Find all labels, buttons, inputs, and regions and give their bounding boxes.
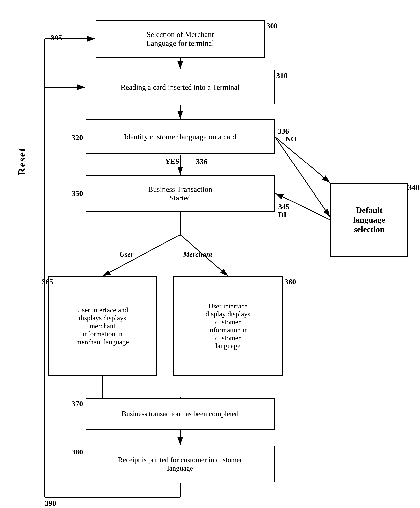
label-390: 390: [45, 499, 56, 508]
svg-line-8: [103, 235, 180, 276]
label-310: 310: [276, 71, 288, 80]
box-350: Business Transaction Started: [86, 175, 275, 212]
box-365-text: User interface and displays displays mer…: [76, 306, 129, 346]
merchant-label: Merchant: [183, 250, 212, 258]
svg-line-22: [275, 137, 330, 183]
box-370-text: Business transaction has been completed: [122, 410, 239, 418]
box-380-text: Receipt is printed for customer in custo…: [118, 456, 242, 472]
reset-label: Reset: [16, 147, 28, 175]
label-340: 340: [408, 183, 420, 192]
box-300: Selection of Merchant Language for termi…: [96, 20, 265, 58]
box-340-text: Default language selection: [353, 206, 385, 234]
box-310: Reading a card inserted into a Terminal: [86, 70, 275, 104]
box-370: Business transaction has been completed: [86, 398, 275, 430]
diagram-container: Reset: [16, 8, 414, 505]
label-365: 365: [42, 278, 53, 286]
box-350-text: Business Transaction Started: [148, 185, 212, 202]
label-380: 380: [72, 448, 83, 456]
label-300: 300: [266, 22, 278, 30]
box-300-text: Selection of Merchant Language for termi…: [146, 30, 214, 48]
box-310-text: Reading a card inserted into a Terminal: [121, 83, 240, 91]
label-360: 360: [285, 278, 296, 286]
label-370: 370: [72, 399, 83, 408]
box-380: Receipt is printed for customer in custo…: [86, 446, 275, 482]
user-label: User: [120, 250, 133, 258]
label-336a: 336: [196, 157, 207, 166]
box-360: User interface display displays customer…: [173, 276, 283, 376]
box-320-text: Identify customer language on a card: [124, 133, 236, 141]
yes-label: YES: [165, 157, 179, 165]
label-dl: DL: [278, 210, 289, 219]
label-320: 320: [72, 133, 83, 142]
box-360-text: User interface display displays customer…: [206, 302, 250, 350]
label-345: 345: [278, 202, 290, 211]
no-label: NO: [286, 135, 296, 143]
label-336b: 336: [278, 127, 289, 136]
box-340: Default language selection: [330, 183, 408, 257]
box-320: Identify customer language on a card: [86, 119, 275, 154]
box-365: User interface and displays displays mer…: [48, 276, 157, 376]
label-395: 395: [51, 33, 62, 42]
label-350: 350: [72, 189, 83, 198]
